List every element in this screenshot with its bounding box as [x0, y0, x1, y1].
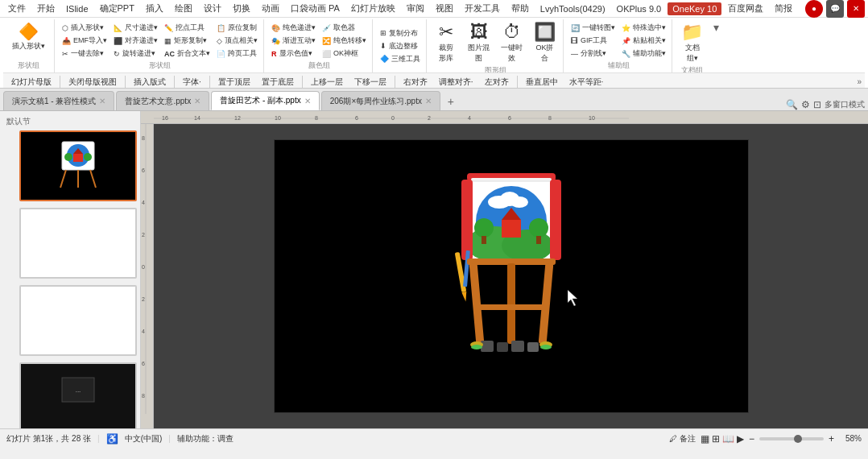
menu-slideshow[interactable]: 幻灯片放映 [346, 1, 400, 16]
menu-animation[interactable]: 动画 [257, 1, 284, 16]
close-tab-1[interactable]: ✕ [194, 97, 200, 105]
bottom-move-btn[interactable]: ⬇底边整移 [378, 40, 423, 52]
align-step-btn[interactable]: ⬛对齐递进▾ [111, 35, 160, 47]
menu-pocket-animation[interactable]: 口袋动画 PA [286, 1, 345, 16]
cross-page-btn[interactable]: 📄跨页工具 [214, 48, 260, 60]
record-button[interactable]: ● [805, 0, 823, 18]
menu-design[interactable]: 设计 [199, 1, 226, 16]
paste-related-btn[interactable]: 📌粘贴相关▾ [619, 35, 668, 47]
menu-view[interactable]: 视图 [431, 1, 458, 16]
slide-thumb-1[interactable] [19, 130, 137, 201]
menu-switch[interactable]: 切换 [228, 1, 255, 16]
left-align-btn[interactable]: 左对齐 [480, 75, 514, 89]
zoom-in-btn[interactable]: + [829, 433, 834, 445]
menu-onekey[interactable]: OneKey 10 [668, 2, 721, 15]
menu-confirm-ppt[interactable]: 确定PPT [95, 1, 139, 16]
dig-point-btn[interactable]: ✏️挖点工具 [162, 22, 213, 34]
doc-group-btn[interactable]: 📁 文档组▾ [677, 21, 707, 65]
solid-transfer-btn[interactable]: 🔀纯色转移▾ [320, 35, 369, 47]
size-step-btn[interactable]: 📐尺寸递进▾ [111, 22, 160, 34]
hequalspace-btn[interactable]: 水平等距· [564, 75, 609, 89]
right-align-btn[interactable]: 右对齐 [399, 75, 432, 89]
close-tab-2[interactable]: ✕ [304, 97, 311, 105]
menu-okplus[interactable]: OKPlus 9.0 [612, 2, 667, 15]
more-toolbar-btn[interactable]: » [857, 77, 862, 86]
divider-btn[interactable]: —分割线▾ [568, 48, 618, 60]
move-up-btn[interactable]: 上移一层 [306, 75, 348, 89]
rect-copy-btn[interactable]: ▦矩形复制▾ [162, 35, 213, 47]
menu-lvyhtools[interactable]: LvyhTools(0429) [535, 2, 610, 15]
crop-library-btn[interactable]: ✂ 裁剪形库 [432, 21, 461, 65]
onekey-image-btn[interactable]: 🔄一键转图▾ [568, 22, 618, 34]
slide-browse-icon[interactable]: ⊞ [712, 433, 720, 445]
copy-distribute-btn[interactable]: ⊞复制分布 [378, 27, 423, 39]
zoom-slider[interactable] [759, 437, 824, 440]
slide-thumb-4[interactable]: ... [19, 362, 137, 428]
remove-btn[interactable]: ✂一键去除▾ [60, 48, 110, 60]
slide-canvas[interactable] [274, 139, 749, 413]
annotation-btn[interactable]: 🖊 备注 [669, 433, 696, 445]
close-tab-3[interactable]: ✕ [425, 97, 432, 105]
insert-shape-btn[interactable]: ⬡插入形状▾ [60, 22, 110, 34]
color-picker-btn[interactable]: 💉取色器 [320, 22, 369, 34]
vertex-related-btn[interactable]: ◇顶点相关▾ [214, 35, 260, 47]
slidemaster-btn[interactable]: 幻灯片母版 [6, 75, 56, 89]
color-display-btn[interactable]: R显示色值▾ [269, 48, 318, 60]
gradient-interact-btn[interactable]: 🎭渐进互动▾ [269, 35, 318, 47]
zoom-level[interactable]: 58% [839, 434, 862, 443]
menu-baidu[interactable]: 百度网盘 [723, 1, 768, 16]
about-label: 插入形状▾ [12, 41, 45, 52]
vcenter-btn[interactable]: 垂直居中 [521, 75, 563, 89]
close-app-button[interactable]: ✕ [847, 0, 865, 18]
normal-view-icon[interactable]: ▦ [701, 433, 709, 445]
send-back-btn[interactable]: 置于底层 [257, 75, 299, 89]
close-master-btn[interactable]: 关闭母版视图 [64, 75, 122, 89]
original-copy-btn[interactable]: 📋原位复制 [214, 22, 260, 34]
zoom-out-btn[interactable]: − [749, 433, 754, 445]
special-select-btn[interactable]: ⭐特殊选中▾ [619, 22, 668, 34]
ribbon-expand-btn[interactable]: ▾ [713, 21, 719, 34]
insert-layout-btn[interactable]: 插入版式 [129, 75, 171, 89]
tab-art-copy[interactable]: 普旋田艺术 - 副本.pptx ✕ [211, 91, 320, 110]
gif-tool-btn[interactable]: 🎞GIF工具 [568, 35, 618, 47]
menu-insert[interactable]: 插入 [141, 1, 168, 16]
tab-presentation1[interactable]: 演示文稿1 - 兼容性模式 ✕ [3, 91, 114, 110]
menu-file[interactable]: 文件 [3, 1, 31, 16]
menu-draw[interactable]: 绘图 [170, 1, 197, 16]
tab-art-text[interactable]: 普旋艺术文意.pptx ✕ [116, 91, 209, 110]
bring-front-btn[interactable]: 置于顶层 [213, 75, 255, 89]
slide-thumb-2[interactable] [19, 208, 137, 279]
solid-step-btn[interactable]: 🎨纯色递进▾ [269, 22, 318, 34]
menu-jianbo[interactable]: 简报 [770, 1, 797, 16]
fold-text-btn[interactable]: AC折合文本▾ [162, 48, 213, 60]
menu-help[interactable]: 帮助 [506, 1, 534, 16]
menu-devtools[interactable]: 开发工具 [460, 1, 505, 16]
assist-func-btn[interactable]: 🔧辅助功能▾ [619, 48, 668, 60]
font-btn[interactable]: 字体· [178, 75, 206, 89]
onekey-effect-btn[interactable]: ⏱ 一键时效 [497, 21, 527, 65]
menu-start[interactable]: 开始 [32, 1, 60, 16]
slide-thumb-3[interactable] [19, 285, 137, 356]
emf-import-btn[interactable]: 📥EMF导入▾ [60, 35, 110, 47]
multiwindow-icon[interactable]: ⊡ [813, 99, 821, 110]
ok-frame-btn[interactable]: ⬜OK神框 [320, 48, 369, 60]
multiwindow-label[interactable]: 多窗口模式 [825, 99, 865, 110]
image-mix-btn[interactable]: 🖼 图片混图 [464, 21, 494, 65]
menu-islide[interactable]: ISlide [61, 2, 93, 15]
ok-merge-btn[interactable]: 🔲 OK拼合 [530, 21, 560, 65]
slide-row-4: 4 ... [3, 362, 137, 428]
move-down-btn[interactable]: 下移一层 [349, 75, 391, 89]
about-button[interactable]: 🔶 插入形状▾ [8, 21, 49, 53]
menu-review[interactable]: 审阅 [402, 1, 429, 16]
align-adjust-btn[interactable]: 调整对齐· [434, 75, 478, 89]
new-tab-btn[interactable]: + [442, 93, 460, 110]
close-tab-0[interactable]: ✕ [99, 97, 105, 105]
3d-tool-btn[interactable]: 🔷三维工具 [378, 53, 423, 65]
reading-view-icon[interactable]: 📖 [722, 433, 734, 445]
settings-icon[interactable]: ⚙ [801, 99, 810, 110]
rotate-step-btn[interactable]: ↻旋转递进▾ [111, 48, 160, 60]
chat-button[interactable]: 💬 [826, 0, 844, 18]
search-files-icon[interactable]: 🔍 [786, 99, 798, 110]
slideshow-icon[interactable]: ▶ [737, 433, 744, 445]
tab-homework[interactable]: 206期×每周作业练习.pptx ✕ [321, 91, 440, 110]
